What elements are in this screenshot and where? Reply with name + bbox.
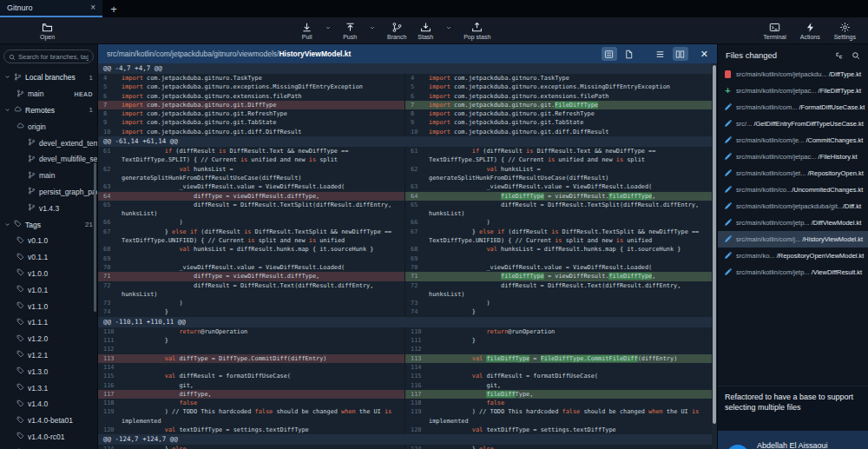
new-tab-button[interactable]: + [102,0,125,17]
new-code-line: import com.jetpackduba.gitnuro.TaskType [429,74,712,83]
split-view-icon[interactable] [673,47,688,61]
terminal-button[interactable]: Terminal [763,22,786,40]
new-code-line: } else if (diffResult is DiffResult.Text… [429,228,712,246]
branch-button[interactable]: Branch [387,22,406,40]
sidebar-item-v1.0.1[interactable]: v1.0.1 [0,281,97,298]
stash-label: Stash [418,34,433,40]
pop-stash-button[interactable]: Pop stash [464,22,490,40]
sidebar-item-main[interactable]: mainHEAD [0,86,97,102]
file-item[interactable]: src/main/kotlin/com/jetpac... /FileHisto… [718,149,868,165]
sidebar-section-local-branches[interactable]: Local branches1 [0,69,97,86]
new-code-line: import com.jetpackduba.gitnuro.git.TabSt… [429,118,712,127]
branch-icon [28,187,36,196]
pull-button[interactable]: Pull [301,22,312,40]
item-label: v1.4.0-beta01 [28,416,73,425]
close-tab-icon[interactable]: × [90,3,95,12]
sidebar-item-blank[interactable] [0,445,97,449]
diff-row: 10import com.jetpackduba.gitnuro.git.dif… [98,128,712,136]
item-label: main [39,171,55,180]
stash-button[interactable]: Stash [418,22,433,40]
branch-search-input[interactable] [18,53,89,61]
sidebar-item-devel_multifile_select[interactable]: devel_multifile_select [0,151,97,168]
push-dropdown-chevron-icon[interactable] [369,24,376,31]
diff-scrollbar-track[interactable] [712,63,717,449]
hunk-header: @@ -124,7 +124,7 @@ [98,434,712,445]
file-item[interactable]: src/main/ko... /RepositoryOpenViewModel.… [718,248,868,264]
file-path: src/main/kotlin/co.../UncommitedChanges.… [736,186,863,194]
sidebar-item-main[interactable]: main [0,168,97,184]
file-item[interactable]: src/main/kotlin/com... /FormatDiffUseCas… [718,99,868,116]
sidebar-item-v1.4.3[interactable]: v1.4.3 [0,200,97,216]
new-code-line: import com.jetpackduba.gitnuro.extension… [429,92,712,101]
sidebar-section-remotes[interactable]: Remotes1 [0,102,97,119]
chevron-down-icon [4,106,10,115]
sidebar-item-v1.2.0[interactable]: v1.2.0 [0,331,97,347]
settings-button[interactable]: Settings [834,22,856,40]
diff-scrollbar-thumb[interactable] [713,65,716,424]
commit-author-info: Abdellah El Aissaoui 8ce0c35 2024年12月30日… [757,441,859,449]
sidebar-item-v0.1.0[interactable]: v0.1.0 [0,233,97,249]
sidebar-item-v1.3.0[interactable]: v1.3.0 [0,363,97,380]
hunks-view-icon[interactable] [602,47,617,61]
new-line-number: 10 [404,128,429,136]
sidebar-scrollbar[interactable] [94,162,96,312]
unified-view-icon[interactable] [653,47,668,61]
file-item[interactable]: src/main/kotlin/com/jetp... /DiffViewMod… [718,215,868,231]
settings-label: Settings [834,34,856,40]
item-label: v1.1.1 [28,318,48,327]
new-code-line: diffResult = DiffResult.Text(diffResult.… [429,281,712,300]
sidebar-item-v1.3.1[interactable]: v1.3.1 [0,380,97,396]
new-code-line: fileDiffType = viewDiffResult.fileDiffTy… [429,272,712,281]
tree-view-icon[interactable] [835,51,844,60]
sidebar-item-v0.1.1[interactable]: v0.1.1 [0,249,97,266]
close-diff-icon[interactable]: ✕ [700,50,708,59]
sidebar-section-tags[interactable]: Tags21 [0,216,97,233]
file-item[interactable]: +src/main/kotlin/com/jetpac... /FileDiff… [718,83,868,99]
sidebar-item-v1.4.0-beta01[interactable]: v1.4.0-beta01 [0,413,97,429]
open-button[interactable]: Open [40,22,55,40]
item-label: v1.2.1 [28,351,48,360]
sidebar-item-v1.4.0-rc01[interactable]: v1.4.0-rc01 [0,429,97,446]
sidebar-item-v1.2.1[interactable]: v1.2.1 [0,347,97,364]
new-line-number: 119 [404,407,429,426]
file-item[interactable]: src/main/kotlin/com/jetpackduba/git.../D… [718,198,868,215]
file-item[interactable]: src/main/kotlin/co.../UncommitedChanges.… [718,182,868,198]
repository-tab[interactable]: Gitnuro × [0,0,102,17]
sidebar-item-v1.0.0[interactable]: v1.0.0 [0,266,97,282]
branch-search-box[interactable] [3,50,94,63]
old-code-line [122,345,404,353]
sidebar-item-devel_extend_termina[interactable]: devel_extend_termina [0,135,97,151]
file-item[interactable]: src/main/kotlin/com/j... /HistoryViewMod… [718,231,868,248]
file-item[interactable]: src/main/kotlin/com/jetpackdu... /DiffTy… [718,66,868,83]
old-line-number: 5 [98,83,122,91]
sidebar-item-origin[interactable]: origin [0,118,97,135]
stash-dropdown-chevron-icon[interactable] [445,24,452,31]
tag-icon [16,268,24,278]
sidebar-item-v1.1.0[interactable]: v1.1.0 [0,298,97,314]
new-line-number: 7 [404,101,429,109]
commit-author-card[interactable]: A Abdellah El Aissaoui 8ce0c35 2024年12月3… [718,431,868,449]
files-search-icon[interactable] [852,51,860,60]
file-item[interactable]: src/main/kotlin/com/jetp... /ViewDiffRes… [718,264,868,281]
sidebar-item-v1.4.0[interactable]: v1.4.0 [0,396,97,413]
new-code-line: _viewDiffResult.value = ViewDiffResult.L… [429,263,712,272]
item-label: v1.2.0 [28,334,48,343]
full-file-view-icon[interactable] [621,47,637,61]
old-code-line: diffResult = DiffResult.Text(diffResult.… [122,281,404,300]
sidebar-item-v1.1.1[interactable]: v1.1.1 [0,314,97,331]
diff-row: 8import com.jetpackduba.gitnuro.git.Refr… [98,109,712,118]
chevron-down-icon [4,73,10,82]
old-code-line: } [122,307,404,316]
sidebar-item-persist_graph_paddin[interactable]: persist_graph_paddin [0,184,97,201]
file-item[interactable]: src/main/kotlin/com/jet... /RepositoryOp… [718,165,868,182]
new-line-number: 111 [404,336,429,345]
push-button[interactable]: Push [343,22,357,40]
pull-dropdown-chevron-icon[interactable] [325,24,332,31]
actions-button[interactable]: Actions [800,22,820,40]
diff-row: 71 diffType = viewDiffResult.diffType,71… [98,272,712,281]
file-item[interactable]: src/main/kotlin/com/je... /CommitChanges… [718,132,868,149]
new-line-number: 68 [404,245,429,254]
file-item[interactable]: src/... /GetDiffEntryFromDiffTypeUseCase… [718,116,868,132]
new-code-line: val textDiffType = settings.textDiffType [429,426,712,434]
new-line-number: 115 [404,372,429,380]
